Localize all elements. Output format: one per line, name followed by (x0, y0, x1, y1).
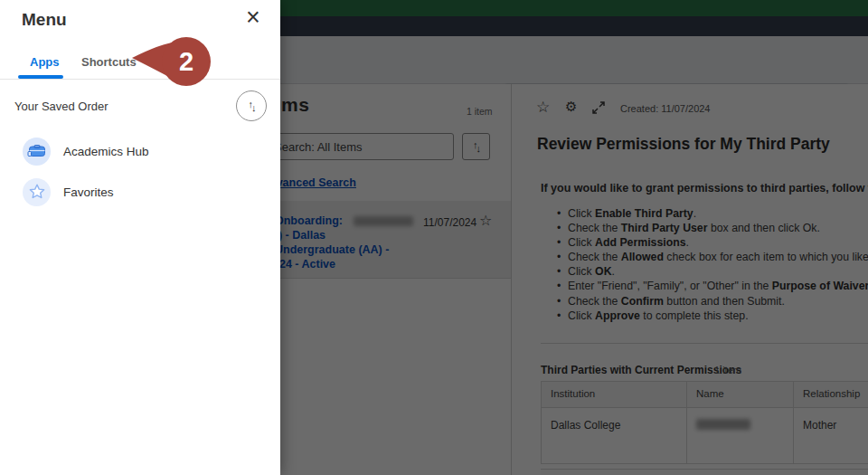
annotation-number: 2 (179, 47, 193, 76)
saved-order-label: Your Saved Order (14, 100, 108, 113)
reorder-button[interactable]: ↑↓ (236, 90, 267, 121)
sidebar-item-label: Favorites (63, 185, 114, 199)
sidebar-item-label: Academics Hub (63, 145, 149, 158)
annotation-pin-2: 2 (130, 36, 213, 87)
tab-shortcuts[interactable]: Shortcuts (81, 55, 137, 69)
close-icon[interactable]: × (246, 5, 260, 30)
sort-arrows-icon: ↑↓ (249, 101, 255, 111)
academics-hub-icon (23, 138, 51, 166)
menu-title: Menu (22, 10, 67, 30)
star-icon (23, 178, 51, 206)
sidebar-item-favorites[interactable]: Favorites (0, 175, 280, 209)
sidebar-item-academics-hub[interactable]: Academics Hub (0, 134, 280, 168)
screen: ms 1 item ↑↓ Advanced Search Onboarding:… (0, 0, 868, 475)
tab-apps[interactable]: Apps (30, 55, 60, 69)
